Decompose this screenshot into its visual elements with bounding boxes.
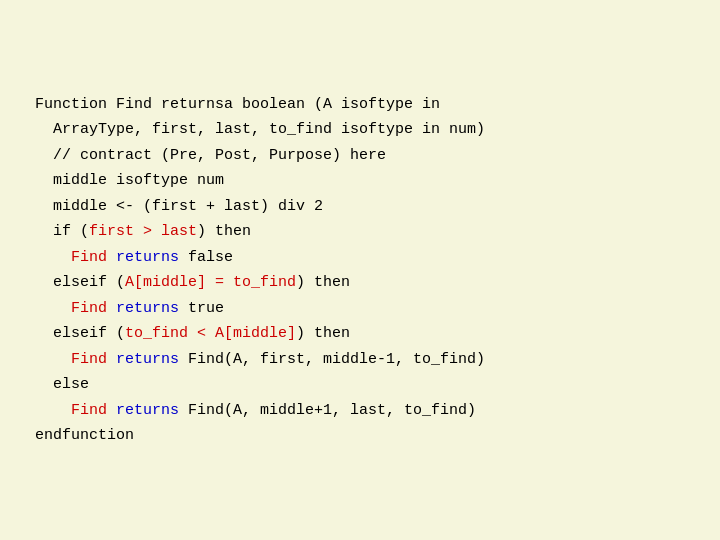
code-line: else: [35, 372, 685, 398]
code-line: Function Find returnsa boolean (A isofty…: [35, 92, 685, 118]
code-line: if (first > last) then: [35, 219, 685, 245]
code-line: elseif (to_find < A[middle]) then: [35, 321, 685, 347]
code-line: middle <- (first + last) div 2: [35, 194, 685, 220]
code-line: middle isoftype num: [35, 168, 685, 194]
code-line: Find returns true: [35, 296, 685, 322]
code-block: Function Find returnsa boolean (A isofty…: [15, 62, 705, 479]
code-line: ArrayType, first, last, to_find isoftype…: [35, 117, 685, 143]
code-line: Find returns Find(A, first, middle-1, to…: [35, 347, 685, 373]
code-line: endfunction: [35, 423, 685, 449]
code-line: // contract (Pre, Post, Purpose) here: [35, 143, 685, 169]
code-line: elseif (A[middle] = to_find) then: [35, 270, 685, 296]
code-line: Find returns false: [35, 245, 685, 271]
code-line: Find returns Find(A, middle+1, last, to_…: [35, 398, 685, 424]
